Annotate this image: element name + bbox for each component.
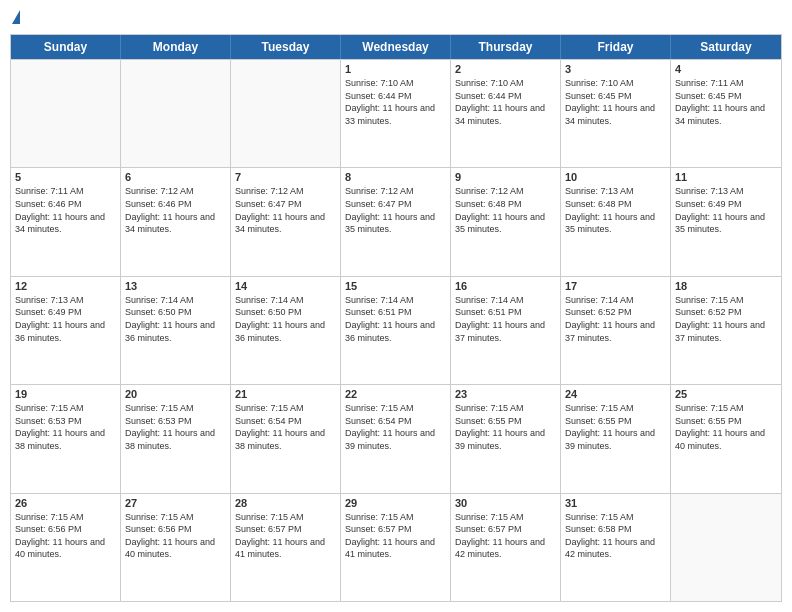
day-number: 6 <box>125 171 226 183</box>
cell-info: Sunrise: 7:12 AM Sunset: 6:47 PM Dayligh… <box>235 185 336 235</box>
calendar-row-0: 1Sunrise: 7:10 AM Sunset: 6:44 PM Daylig… <box>11 59 781 167</box>
calendar-cell: 23Sunrise: 7:15 AM Sunset: 6:55 PM Dayli… <box>451 385 561 492</box>
cell-info: Sunrise: 7:10 AM Sunset: 6:45 PM Dayligh… <box>565 77 666 127</box>
calendar-cell: 10Sunrise: 7:13 AM Sunset: 6:48 PM Dayli… <box>561 168 671 275</box>
cell-info: Sunrise: 7:10 AM Sunset: 6:44 PM Dayligh… <box>455 77 556 127</box>
day-number: 4 <box>675 63 777 75</box>
cell-info: Sunrise: 7:15 AM Sunset: 6:53 PM Dayligh… <box>125 402 226 452</box>
calendar-cell: 29Sunrise: 7:15 AM Sunset: 6:57 PM Dayli… <box>341 494 451 601</box>
cell-info: Sunrise: 7:15 AM Sunset: 6:55 PM Dayligh… <box>675 402 777 452</box>
day-number: 2 <box>455 63 556 75</box>
day-number: 30 <box>455 497 556 509</box>
day-number: 25 <box>675 388 777 400</box>
calendar-cell: 5Sunrise: 7:11 AM Sunset: 6:46 PM Daylig… <box>11 168 121 275</box>
calendar-cell: 3Sunrise: 7:10 AM Sunset: 6:45 PM Daylig… <box>561 60 671 167</box>
day-number: 18 <box>675 280 777 292</box>
logo-triangle-icon <box>12 10 20 24</box>
calendar-cell: 28Sunrise: 7:15 AM Sunset: 6:57 PM Dayli… <box>231 494 341 601</box>
cell-info: Sunrise: 7:13 AM Sunset: 6:49 PM Dayligh… <box>675 185 777 235</box>
calendar-cell: 4Sunrise: 7:11 AM Sunset: 6:45 PM Daylig… <box>671 60 781 167</box>
calendar-cell: 9Sunrise: 7:12 AM Sunset: 6:48 PM Daylig… <box>451 168 561 275</box>
calendar-cell: 19Sunrise: 7:15 AM Sunset: 6:53 PM Dayli… <box>11 385 121 492</box>
day-number: 17 <box>565 280 666 292</box>
calendar-cell: 26Sunrise: 7:15 AM Sunset: 6:56 PM Dayli… <box>11 494 121 601</box>
cell-info: Sunrise: 7:15 AM Sunset: 6:57 PM Dayligh… <box>455 511 556 561</box>
cell-info: Sunrise: 7:15 AM Sunset: 6:53 PM Dayligh… <box>15 402 116 452</box>
cell-info: Sunrise: 7:15 AM Sunset: 6:58 PM Dayligh… <box>565 511 666 561</box>
cell-info: Sunrise: 7:15 AM Sunset: 6:55 PM Dayligh… <box>455 402 556 452</box>
calendar-header: SundayMondayTuesdayWednesdayThursdayFrid… <box>11 35 781 59</box>
cell-info: Sunrise: 7:11 AM Sunset: 6:46 PM Dayligh… <box>15 185 116 235</box>
calendar-cell: 16Sunrise: 7:14 AM Sunset: 6:51 PM Dayli… <box>451 277 561 384</box>
cell-info: Sunrise: 7:11 AM Sunset: 6:45 PM Dayligh… <box>675 77 777 127</box>
cell-info: Sunrise: 7:14 AM Sunset: 6:51 PM Dayligh… <box>455 294 556 344</box>
calendar-cell: 17Sunrise: 7:14 AM Sunset: 6:52 PM Dayli… <box>561 277 671 384</box>
day-number: 19 <box>15 388 116 400</box>
calendar-cell: 7Sunrise: 7:12 AM Sunset: 6:47 PM Daylig… <box>231 168 341 275</box>
day-number: 5 <box>15 171 116 183</box>
day-number: 28 <box>235 497 336 509</box>
cell-info: Sunrise: 7:15 AM Sunset: 6:56 PM Dayligh… <box>15 511 116 561</box>
calendar-cell <box>231 60 341 167</box>
calendar-cell: 25Sunrise: 7:15 AM Sunset: 6:55 PM Dayli… <box>671 385 781 492</box>
cell-info: Sunrise: 7:14 AM Sunset: 6:52 PM Dayligh… <box>565 294 666 344</box>
calendar-cell: 8Sunrise: 7:12 AM Sunset: 6:47 PM Daylig… <box>341 168 451 275</box>
cell-info: Sunrise: 7:15 AM Sunset: 6:56 PM Dayligh… <box>125 511 226 561</box>
calendar-cell: 1Sunrise: 7:10 AM Sunset: 6:44 PM Daylig… <box>341 60 451 167</box>
day-number: 13 <box>125 280 226 292</box>
calendar-cell: 2Sunrise: 7:10 AM Sunset: 6:44 PM Daylig… <box>451 60 561 167</box>
day-number: 16 <box>455 280 556 292</box>
header-day-sunday: Sunday <box>11 35 121 59</box>
day-number: 12 <box>15 280 116 292</box>
day-number: 27 <box>125 497 226 509</box>
cell-info: Sunrise: 7:14 AM Sunset: 6:50 PM Dayligh… <box>235 294 336 344</box>
cell-info: Sunrise: 7:15 AM Sunset: 6:55 PM Dayligh… <box>565 402 666 452</box>
calendar-row-1: 5Sunrise: 7:11 AM Sunset: 6:46 PM Daylig… <box>11 167 781 275</box>
calendar-cell: 21Sunrise: 7:15 AM Sunset: 6:54 PM Dayli… <box>231 385 341 492</box>
cell-info: Sunrise: 7:12 AM Sunset: 6:46 PM Dayligh… <box>125 185 226 235</box>
cell-info: Sunrise: 7:14 AM Sunset: 6:50 PM Dayligh… <box>125 294 226 344</box>
cell-info: Sunrise: 7:10 AM Sunset: 6:44 PM Dayligh… <box>345 77 446 127</box>
cell-info: Sunrise: 7:15 AM Sunset: 6:54 PM Dayligh… <box>235 402 336 452</box>
header <box>10 10 782 26</box>
cell-info: Sunrise: 7:12 AM Sunset: 6:48 PM Dayligh… <box>455 185 556 235</box>
header-day-monday: Monday <box>121 35 231 59</box>
day-number: 8 <box>345 171 446 183</box>
cell-info: Sunrise: 7:12 AM Sunset: 6:47 PM Dayligh… <box>345 185 446 235</box>
day-number: 31 <box>565 497 666 509</box>
calendar-cell: 12Sunrise: 7:13 AM Sunset: 6:49 PM Dayli… <box>11 277 121 384</box>
logo <box>10 10 20 26</box>
day-number: 9 <box>455 171 556 183</box>
day-number: 3 <box>565 63 666 75</box>
day-number: 1 <box>345 63 446 75</box>
calendar-cell: 14Sunrise: 7:14 AM Sunset: 6:50 PM Dayli… <box>231 277 341 384</box>
cell-info: Sunrise: 7:15 AM Sunset: 6:54 PM Dayligh… <box>345 402 446 452</box>
day-number: 22 <box>345 388 446 400</box>
day-number: 15 <box>345 280 446 292</box>
page: SundayMondayTuesdayWednesdayThursdayFrid… <box>0 0 792 612</box>
cell-info: Sunrise: 7:15 AM Sunset: 6:57 PM Dayligh… <box>345 511 446 561</box>
header-day-friday: Friday <box>561 35 671 59</box>
cell-info: Sunrise: 7:15 AM Sunset: 6:57 PM Dayligh… <box>235 511 336 561</box>
day-number: 14 <box>235 280 336 292</box>
cell-info: Sunrise: 7:15 AM Sunset: 6:52 PM Dayligh… <box>675 294 777 344</box>
calendar-cell: 20Sunrise: 7:15 AM Sunset: 6:53 PM Dayli… <box>121 385 231 492</box>
cell-info: Sunrise: 7:14 AM Sunset: 6:51 PM Dayligh… <box>345 294 446 344</box>
calendar-cell: 31Sunrise: 7:15 AM Sunset: 6:58 PM Dayli… <box>561 494 671 601</box>
calendar-cell: 18Sunrise: 7:15 AM Sunset: 6:52 PM Dayli… <box>671 277 781 384</box>
calendar-cell <box>671 494 781 601</box>
calendar-cell: 15Sunrise: 7:14 AM Sunset: 6:51 PM Dayli… <box>341 277 451 384</box>
calendar: SundayMondayTuesdayWednesdayThursdayFrid… <box>10 34 782 602</box>
calendar-cell: 27Sunrise: 7:15 AM Sunset: 6:56 PM Dayli… <box>121 494 231 601</box>
day-number: 10 <box>565 171 666 183</box>
day-number: 24 <box>565 388 666 400</box>
day-number: 11 <box>675 171 777 183</box>
calendar-row-2: 12Sunrise: 7:13 AM Sunset: 6:49 PM Dayli… <box>11 276 781 384</box>
day-number: 26 <box>15 497 116 509</box>
calendar-body: 1Sunrise: 7:10 AM Sunset: 6:44 PM Daylig… <box>11 59 781 601</box>
day-number: 21 <box>235 388 336 400</box>
day-number: 20 <box>125 388 226 400</box>
header-day-wednesday: Wednesday <box>341 35 451 59</box>
calendar-cell <box>11 60 121 167</box>
calendar-cell: 6Sunrise: 7:12 AM Sunset: 6:46 PM Daylig… <box>121 168 231 275</box>
